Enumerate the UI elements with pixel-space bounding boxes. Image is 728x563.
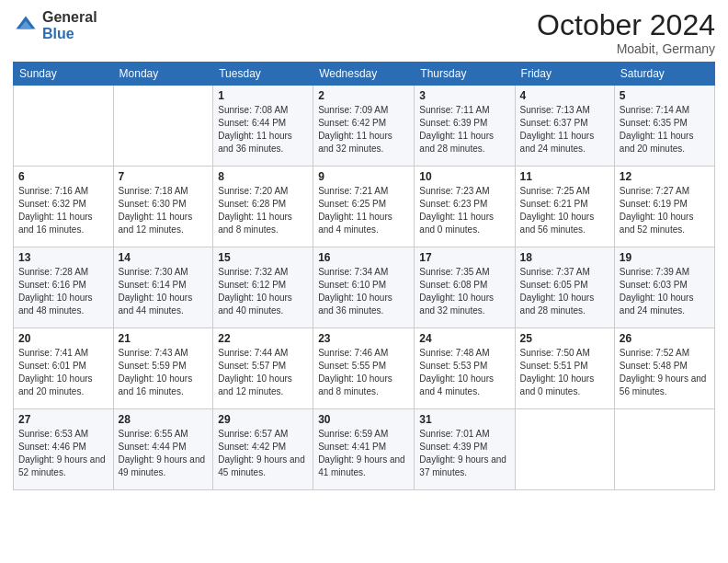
calendar-cell: 19Sunrise: 7:39 AMSunset: 6:03 PMDayligh… bbox=[614, 247, 714, 328]
day-detail: Sunrise: 6:59 AMSunset: 4:41 PMDaylight:… bbox=[318, 428, 409, 479]
calendar-cell: 21Sunrise: 7:43 AMSunset: 5:59 PMDayligh… bbox=[113, 328, 213, 409]
day-detail: Sunrise: 7:23 AMSunset: 6:23 PMDaylight:… bbox=[419, 185, 509, 236]
day-detail: Sunrise: 7:52 AMSunset: 5:48 PMDaylight:… bbox=[620, 347, 710, 398]
day-detail: Sunrise: 7:35 AMSunset: 6:08 PMDaylight:… bbox=[419, 266, 509, 317]
day-number: 27 bbox=[18, 413, 108, 426]
calendar-cell: 30Sunrise: 6:59 AMSunset: 4:41 PMDayligh… bbox=[313, 409, 415, 490]
day-number: 8 bbox=[218, 170, 308, 183]
weekday-header-thursday: Thursday bbox=[415, 63, 515, 86]
day-number: 20 bbox=[18, 332, 108, 345]
day-number: 18 bbox=[520, 251, 609, 264]
calendar-cell: 9Sunrise: 7:21 AMSunset: 6:25 PMDaylight… bbox=[313, 167, 415, 247]
day-number: 9 bbox=[318, 170, 409, 183]
title-block: October 2024 Moabit, Germany bbox=[537, 9, 715, 56]
day-number: 6 bbox=[18, 170, 108, 183]
calendar-cell: 22Sunrise: 7:44 AMSunset: 5:57 PMDayligh… bbox=[213, 328, 313, 409]
logo-text: General Blue bbox=[42, 9, 97, 41]
day-detail: Sunrise: 7:11 AMSunset: 6:39 PMDaylight:… bbox=[419, 104, 509, 155]
day-number: 15 bbox=[218, 251, 308, 264]
day-detail: Sunrise: 7:32 AMSunset: 6:12 PMDaylight:… bbox=[218, 266, 308, 317]
calendar-cell: 6Sunrise: 7:16 AMSunset: 6:32 PMDaylight… bbox=[14, 167, 114, 247]
day-number: 12 bbox=[620, 170, 710, 183]
calendar-cell: 23Sunrise: 7:46 AMSunset: 5:55 PMDayligh… bbox=[313, 328, 415, 409]
day-detail: Sunrise: 6:53 AMSunset: 4:46 PMDaylight:… bbox=[18, 428, 108, 479]
day-detail: Sunrise: 7:48 AMSunset: 5:53 PMDaylight:… bbox=[419, 347, 509, 398]
weekday-header-sunday: Sunday bbox=[14, 63, 114, 86]
calendar-cell: 8Sunrise: 7:20 AMSunset: 6:28 PMDaylight… bbox=[213, 167, 313, 247]
calendar-cell: 29Sunrise: 6:57 AMSunset: 4:42 PMDayligh… bbox=[213, 409, 313, 490]
calendar-cell bbox=[515, 409, 614, 490]
day-detail: Sunrise: 7:16 AMSunset: 6:32 PMDaylight:… bbox=[18, 185, 108, 236]
day-number: 23 bbox=[318, 332, 409, 345]
day-number: 16 bbox=[318, 251, 409, 264]
calendar-week-5: 27Sunrise: 6:53 AMSunset: 4:46 PMDayligh… bbox=[14, 409, 715, 490]
day-number: 30 bbox=[318, 413, 409, 426]
calendar-week-1: 1Sunrise: 7:08 AMSunset: 6:44 PMDaylight… bbox=[14, 86, 715, 167]
logo: General Blue bbox=[13, 9, 97, 41]
calendar-cell: 15Sunrise: 7:32 AMSunset: 6:12 PMDayligh… bbox=[213, 247, 313, 328]
day-detail: Sunrise: 7:18 AMSunset: 6:30 PMDaylight:… bbox=[119, 185, 209, 236]
day-detail: Sunrise: 7:50 AMSunset: 5:51 PMDaylight:… bbox=[520, 347, 609, 398]
calendar-cell: 4Sunrise: 7:13 AMSunset: 6:37 PMDaylight… bbox=[515, 86, 614, 167]
calendar-cell: 26Sunrise: 7:52 AMSunset: 5:48 PMDayligh… bbox=[614, 328, 714, 409]
calendar-cell: 2Sunrise: 7:09 AMSunset: 6:42 PMDaylight… bbox=[313, 86, 415, 167]
weekday-header-monday: Monday bbox=[113, 63, 213, 86]
day-number: 24 bbox=[419, 332, 509, 345]
day-number: 22 bbox=[218, 332, 308, 345]
day-detail: Sunrise: 7:08 AMSunset: 6:44 PMDaylight:… bbox=[218, 104, 308, 155]
weekday-header-tuesday: Tuesday bbox=[213, 63, 313, 86]
day-number: 3 bbox=[419, 89, 509, 102]
header: General Blue October 2024 Moabit, German… bbox=[13, 9, 715, 56]
calendar-cell bbox=[614, 409, 714, 490]
day-number: 4 bbox=[520, 89, 609, 102]
day-number: 7 bbox=[119, 170, 209, 183]
day-detail: Sunrise: 7:39 AMSunset: 6:03 PMDaylight:… bbox=[620, 266, 710, 317]
calendar-cell: 1Sunrise: 7:08 AMSunset: 6:44 PMDaylight… bbox=[213, 86, 313, 167]
day-detail: Sunrise: 7:21 AMSunset: 6:25 PMDaylight:… bbox=[318, 185, 409, 236]
weekday-header-wednesday: Wednesday bbox=[313, 63, 415, 86]
calendar-cell: 11Sunrise: 7:25 AMSunset: 6:21 PMDayligh… bbox=[515, 167, 614, 247]
day-number: 21 bbox=[119, 332, 209, 345]
calendar-week-2: 6Sunrise: 7:16 AMSunset: 6:32 PMDaylight… bbox=[14, 167, 715, 247]
calendar-cell bbox=[14, 86, 114, 167]
day-detail: Sunrise: 7:13 AMSunset: 6:37 PMDaylight:… bbox=[520, 104, 609, 155]
day-detail: Sunrise: 7:14 AMSunset: 6:35 PMDaylight:… bbox=[620, 104, 710, 155]
day-number: 25 bbox=[520, 332, 609, 345]
day-number: 14 bbox=[119, 251, 209, 264]
calendar-cell: 16Sunrise: 7:34 AMSunset: 6:10 PMDayligh… bbox=[313, 247, 415, 328]
day-number: 31 bbox=[419, 413, 509, 426]
calendar-cell: 28Sunrise: 6:55 AMSunset: 4:44 PMDayligh… bbox=[113, 409, 213, 490]
day-detail: Sunrise: 7:27 AMSunset: 6:19 PMDaylight:… bbox=[620, 185, 710, 236]
logo-blue-text: Blue bbox=[42, 26, 97, 42]
day-number: 29 bbox=[218, 413, 308, 426]
calendar-cell bbox=[113, 86, 213, 167]
day-detail: Sunrise: 7:34 AMSunset: 6:10 PMDaylight:… bbox=[318, 266, 409, 317]
day-detail: Sunrise: 7:25 AMSunset: 6:21 PMDaylight:… bbox=[520, 185, 609, 236]
calendar-cell: 13Sunrise: 7:28 AMSunset: 6:16 PMDayligh… bbox=[14, 247, 114, 328]
calendar-cell: 25Sunrise: 7:50 AMSunset: 5:51 PMDayligh… bbox=[515, 328, 614, 409]
calendar-table: SundayMondayTuesdayWednesdayThursdayFrid… bbox=[13, 62, 715, 490]
weekday-header-friday: Friday bbox=[515, 63, 614, 86]
calendar-cell: 12Sunrise: 7:27 AMSunset: 6:19 PMDayligh… bbox=[614, 167, 714, 247]
month-title: October 2024 bbox=[537, 9, 715, 41]
day-number: 26 bbox=[620, 332, 710, 345]
calendar-cell: 31Sunrise: 7:01 AMSunset: 4:39 PMDayligh… bbox=[415, 409, 515, 490]
calendar-cell: 27Sunrise: 6:53 AMSunset: 4:46 PMDayligh… bbox=[14, 409, 114, 490]
day-detail: Sunrise: 7:09 AMSunset: 6:42 PMDaylight:… bbox=[318, 104, 409, 155]
day-detail: Sunrise: 7:20 AMSunset: 6:28 PMDaylight:… bbox=[218, 185, 308, 236]
day-number: 5 bbox=[620, 89, 710, 102]
weekday-header-saturday: Saturday bbox=[614, 63, 714, 86]
calendar-cell: 17Sunrise: 7:35 AMSunset: 6:08 PMDayligh… bbox=[415, 247, 515, 328]
day-detail: Sunrise: 7:01 AMSunset: 4:39 PMDaylight:… bbox=[419, 428, 509, 479]
day-detail: Sunrise: 6:55 AMSunset: 4:44 PMDaylight:… bbox=[119, 428, 209, 479]
day-number: 11 bbox=[520, 170, 609, 183]
page: General Blue October 2024 Moabit, German… bbox=[0, 0, 728, 563]
calendar-cell: 24Sunrise: 7:48 AMSunset: 5:53 PMDayligh… bbox=[415, 328, 515, 409]
day-detail: Sunrise: 7:41 AMSunset: 6:01 PMDaylight:… bbox=[18, 347, 108, 398]
day-detail: Sunrise: 7:44 AMSunset: 5:57 PMDaylight:… bbox=[218, 347, 308, 398]
calendar-cell: 14Sunrise: 7:30 AMSunset: 6:14 PMDayligh… bbox=[113, 247, 213, 328]
day-number: 19 bbox=[620, 251, 710, 264]
day-number: 13 bbox=[18, 251, 108, 264]
day-detail: Sunrise: 6:57 AMSunset: 4:42 PMDaylight:… bbox=[218, 428, 308, 479]
calendar-cell: 20Sunrise: 7:41 AMSunset: 6:01 PMDayligh… bbox=[14, 328, 114, 409]
